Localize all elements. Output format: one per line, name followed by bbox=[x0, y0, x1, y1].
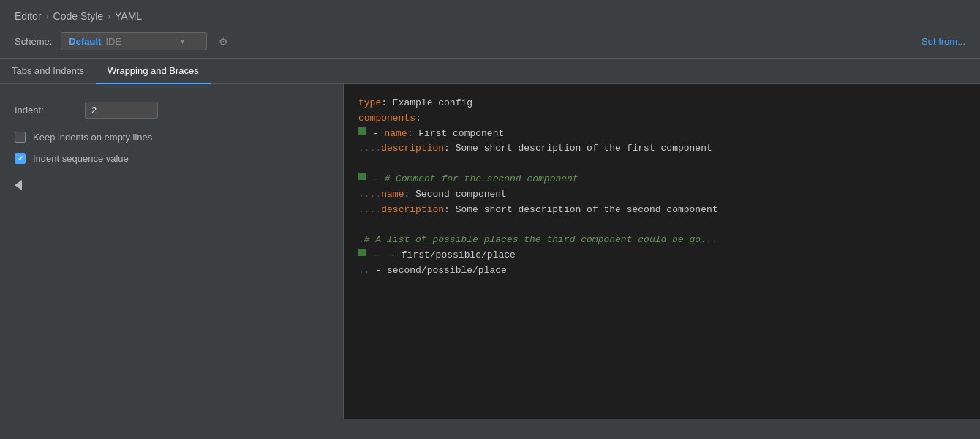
keep-indents-label: Keep indents on empty lines bbox=[33, 132, 152, 143]
code-line-2: components: bbox=[358, 111, 965, 127]
code-line-11: - - first/possible/place bbox=[358, 248, 965, 263]
breadcrumb-sep-2: › bbox=[108, 11, 110, 21]
code-line-4: ....description: Some short description … bbox=[358, 141, 965, 157]
indent-label: Indent: bbox=[15, 105, 73, 116]
indent-seq-row: Indent sequence value bbox=[15, 153, 328, 164]
code-line-3: - name: First component bbox=[358, 127, 965, 142]
code-line-10: .# A list of possible places the third c… bbox=[358, 233, 965, 248]
keep-indents-row: Keep indents on empty lines bbox=[15, 132, 328, 143]
code-line-5 bbox=[358, 157, 965, 172]
breadcrumb-yaml[interactable]: YAML bbox=[115, 10, 142, 22]
indent-input[interactable] bbox=[85, 102, 158, 119]
tab-wrapping-and-braces[interactable]: Wrapping and Braces bbox=[96, 59, 211, 84]
keep-indents-checkbox[interactable] bbox=[15, 132, 26, 143]
scheme-type: IDE bbox=[105, 36, 121, 47]
code-line-8: ....description: Some short description … bbox=[358, 203, 965, 218]
left-panel: Indent: Keep indents on empty lines Inde… bbox=[0, 84, 344, 419]
scheme-dropdown[interactable]: Default IDE ▼ bbox=[61, 32, 207, 50]
code-preview: type: Example config components: - name:… bbox=[344, 84, 980, 419]
set-from-link[interactable]: Set from... bbox=[921, 36, 965, 47]
scheme-label: Scheme: bbox=[15, 36, 52, 47]
scheme-name: Default bbox=[69, 36, 101, 47]
tabs-bar: Tabs and Indents Wrapping and Braces bbox=[0, 59, 980, 84]
code-line-6: - # Comment for the second component bbox=[358, 172, 965, 187]
code-line-7: ....name: Second component bbox=[358, 187, 965, 203]
code-line-1: type: Example config bbox=[358, 96, 965, 111]
chevron-down-icon: ▼ bbox=[178, 37, 186, 45]
breadcrumb: Editor › Code Style › YAML bbox=[15, 10, 965, 22]
breadcrumb-code-style[interactable]: Code Style bbox=[53, 10, 103, 22]
indent-seq-label: Indent sequence value bbox=[33, 153, 129, 164]
code-line-9 bbox=[358, 217, 965, 233]
indent-seq-checkbox[interactable] bbox=[15, 153, 26, 164]
breadcrumb-sep-1: › bbox=[46, 11, 49, 21]
breadcrumb-editor[interactable]: Editor bbox=[15, 10, 42, 22]
main-content: Indent: Keep indents on empty lines Inde… bbox=[0, 84, 980, 419]
tab-tabs-and-indents[interactable]: Tabs and Indents bbox=[0, 59, 96, 84]
gear-button[interactable]: ⚙ bbox=[216, 33, 231, 50]
code-line-12: .. - second/possible/place bbox=[358, 263, 965, 279]
cursor-indicator bbox=[15, 179, 23, 192]
